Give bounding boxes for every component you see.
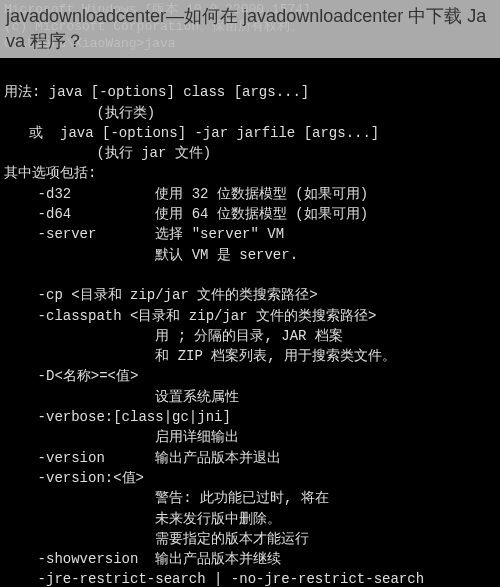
java-option-d-prop: -D<名称>=<值> xyxy=(4,368,138,384)
java-option-warning: 警告: 此功能已过时, 将在 xyxy=(4,490,329,506)
java-option-d-prop-desc: 设置系统属性 xyxy=(4,389,239,405)
java-usage-line: 或 java [-options] -jar jarfile [args...] xyxy=(4,125,379,141)
terminal-output[interactable]: 用法: java [-options] class [args...] (执行类… xyxy=(0,0,500,587)
java-usage-line: (执行类) xyxy=(4,105,155,121)
page-title-overlay: javadownloadcenter—如何在 javadownloadcente… xyxy=(0,0,500,58)
java-option-server: -server 选择 "server" VM xyxy=(4,226,284,242)
java-option-version: -version 输出产品版本并退出 xyxy=(4,450,281,466)
java-option-classpath: -classpath <目录和 zip/jar 文件的类搜索路径> xyxy=(4,308,376,324)
java-usage-line: (执行 jar 文件) xyxy=(4,145,211,161)
java-option-verbose: -verbose:[class|gc|jni] xyxy=(4,409,231,425)
java-option-jre-restrict: -jre-restrict-search | -no-jre-restrict-… xyxy=(4,571,424,587)
java-usage-line: 其中选项包括: xyxy=(4,165,96,181)
java-option-classpath-desc: 和 ZIP 档案列表, 用于搜索类文件。 xyxy=(4,348,396,364)
java-option-cp: -cp <目录和 zip/jar 文件的类搜索路径> xyxy=(4,287,318,303)
java-option-showversion: -showversion 输出产品版本并继续 xyxy=(4,551,281,567)
java-option-warning: 未来发行版中删除。 xyxy=(4,511,281,527)
java-option-version-val: -version:<值> xyxy=(4,470,144,486)
java-option-verbose-desc: 启用详细输出 xyxy=(4,429,239,445)
java-option-warning: 需要指定的版本才能运行 xyxy=(4,531,309,547)
page-title: javadownloadcenter—如何在 javadownloadcente… xyxy=(6,6,486,51)
java-option-d32: -d32 使用 32 位数据模型 (如果可用) xyxy=(4,186,368,202)
java-option-classpath-desc: 用 ; 分隔的目录, JAR 档案 xyxy=(4,328,343,344)
java-usage-line: 用法: java [-options] class [args...] xyxy=(4,84,309,100)
java-option-d64: -d64 使用 64 位数据模型 (如果可用) xyxy=(4,206,368,222)
java-option-server-desc: 默认 VM 是 server. xyxy=(4,247,298,263)
